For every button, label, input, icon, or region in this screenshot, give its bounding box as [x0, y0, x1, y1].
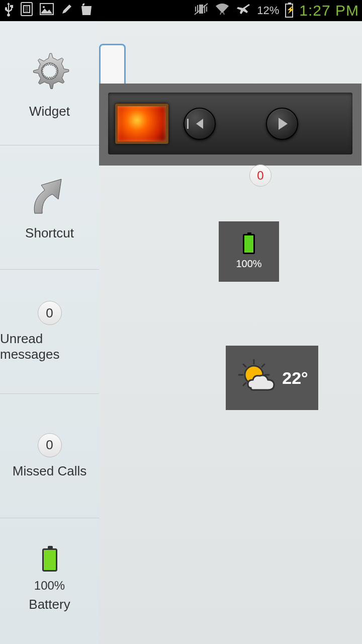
battery-widget-pct: 100% [236, 258, 261, 270]
sidebar-item-missed-calls[interactable]: 0 Missed Calls [0, 394, 99, 518]
svg-line-14 [262, 364, 264, 367]
battery-icon [243, 234, 255, 254]
vibrate-icon [194, 3, 209, 19]
sidebar-label: Missed Calls [13, 463, 86, 479]
widget-picker-sidebar: Widget Shortcut 0 Unread messages [0, 21, 99, 644]
music-player-widget[interactable] [99, 84, 361, 166]
sidebar-label: Shortcut [25, 225, 74, 241]
wifi-icon [215, 3, 230, 18]
weather-temp: 22° [282, 368, 308, 388]
sidebar-label: Unread messages [0, 331, 99, 362]
homescreen-preview: 0 100% [99, 21, 362, 644]
gear-icon [25, 47, 75, 98]
sun-cloud-icon [236, 357, 278, 399]
unread-badge-widget[interactable]: 0 [249, 165, 272, 187]
play-store-icon [79, 2, 94, 19]
clock: 1:27 PM [299, 2, 359, 19]
battery-icon [42, 548, 57, 572]
sidebar-item-shortcut[interactable]: Shortcut [0, 145, 99, 270]
sidebar-item-widget[interactable]: Widget [0, 21, 99, 145]
sidebar-item-battery[interactable]: 100% Battery [0, 518, 99, 642]
play-button[interactable] [266, 108, 298, 140]
count-badge: 0 [38, 301, 62, 325]
selected-widget-slot[interactable] [99, 44, 126, 89]
sim-icon [20, 2, 33, 20]
battery-charging-icon [285, 4, 293, 18]
usb-icon [3, 2, 14, 20]
battery-pct-label: 100% [34, 579, 65, 593]
airplane-icon [236, 2, 251, 19]
svg-point-3 [43, 6, 45, 8]
weather-widget[interactable]: 22° [226, 346, 318, 410]
album-art[interactable] [115, 104, 168, 144]
curved-arrow-icon [27, 174, 72, 219]
pencil-icon [60, 3, 73, 19]
svg-line-13 [243, 364, 246, 367]
count-badge: 0 [38, 433, 62, 457]
svg-line-15 [243, 383, 246, 385]
sidebar-label: Battery [29, 597, 70, 612]
previous-icon [196, 119, 203, 129]
picture-icon [39, 3, 54, 19]
battery-percent: 12% [257, 4, 279, 17]
play-icon [279, 118, 288, 130]
previous-button[interactable] [184, 108, 216, 140]
battery-widget[interactable]: 100% [219, 221, 279, 282]
sidebar-label: Widget [29, 104, 70, 119]
status-bar: 12% 1:27 PM [0, 0, 362, 21]
sidebar-item-unread[interactable]: 0 Unread messages [0, 270, 99, 394]
